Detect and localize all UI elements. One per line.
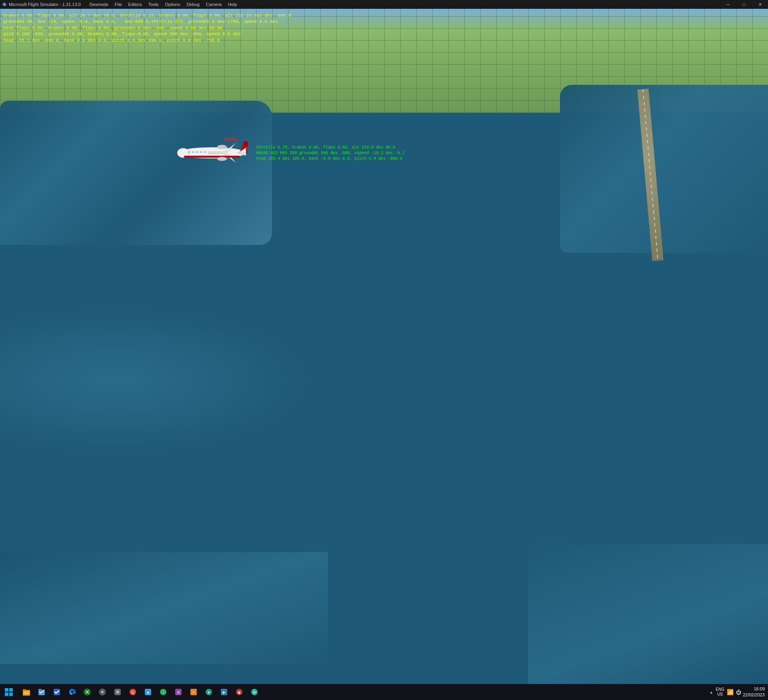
svg-rect-24 (23, 689, 26, 691)
window-title: Microsoft Flight Simulator - 1.31.13.0 (9, 2, 81, 7)
water-right (560, 85, 768, 253)
water-bottom-right (528, 544, 768, 684)
clock-time: 16:09 (743, 686, 765, 692)
svg-rect-25 (24, 692, 29, 692)
svg-text:⊕: ⊕ (253, 690, 256, 694)
menu-camera[interactable]: Camera (203, 0, 225, 9)
taskbar-app-12[interactable]: ✈ (186, 685, 201, 699)
debug-overlay-top: brakes 0.00, flaps 0.00, alt 20.7 des 70… (3, 13, 291, 44)
menu-bar: Devmode File Editors Tools Options Debug… (86, 0, 240, 9)
menu-tools[interactable]: Tools (145, 0, 162, 9)
taskbar-app-15[interactable]: ◉ (232, 685, 246, 699)
taskbar-xbox[interactable] (80, 685, 94, 699)
start-button[interactable] (0, 684, 18, 700)
taskbar-app-11[interactable]: ⚙ (171, 685, 186, 699)
svg-text:C: C (132, 690, 134, 694)
minimize-button[interactable]: ─ (720, 0, 736, 9)
svg-text:◉: ◉ (238, 690, 241, 694)
taskbar-app-10[interactable]: ♪ (156, 685, 170, 699)
taskbar-app-9[interactable]: ◈ (141, 685, 155, 699)
titlebar: Microsoft Flight Simulator - 1.31.13.0 D… (0, 0, 768, 9)
taskbar-app-16[interactable]: ⊕ (247, 685, 262, 699)
aircraft: 11711 (172, 135, 244, 167)
svg-rect-26 (24, 693, 29, 694)
taskbar-app-13[interactable]: ★ (202, 685, 216, 699)
wifi-icon[interactable]: 📶 (727, 689, 734, 695)
svg-point-34 (116, 690, 119, 694)
taskbar-app-14[interactable]: ▶ (217, 685, 231, 699)
aircraft-debug-overlay: throttle 0.75, brakes 0.00, flaps 0.00, … (244, 145, 405, 162)
app-icon (2, 2, 7, 7)
svg-rect-16 (204, 151, 206, 153)
svg-text:▶: ▶ (223, 690, 226, 694)
menu-file[interactable]: File (112, 0, 125, 9)
language-indicator[interactable]: ENG US (716, 687, 724, 697)
maximize-button[interactable]: □ (736, 0, 752, 9)
tray-expand-icon[interactable]: ▲ (709, 690, 713, 694)
window-controls: ─ □ ✕ (720, 0, 768, 9)
svg-rect-7 (184, 156, 240, 158)
svg-text:⚙: ⚙ (177, 690, 180, 694)
menu-debug[interactable]: Debug (183, 0, 202, 9)
taskbar-edge[interactable] (65, 685, 79, 699)
svg-rect-11 (217, 158, 227, 160)
tray-icons: ▲ ENG US 📶 ⏻ (709, 687, 741, 697)
menu-editors[interactable]: Editors (125, 0, 145, 9)
clock-date: 22/02/2023 (743, 692, 765, 698)
svg-rect-28 (38, 689, 41, 690)
svg-rect-23 (23, 690, 30, 696)
svg-rect-32 (101, 691, 104, 693)
taskbar-folder[interactable] (34, 685, 49, 699)
taskbar-app-7[interactable] (110, 685, 125, 699)
power-icon[interactable]: ⏻ (736, 689, 741, 695)
svg-rect-15 (200, 151, 202, 153)
taskbar-app-8[interactable]: C (126, 685, 140, 699)
svg-rect-20 (9, 688, 13, 692)
taskbar-app-6[interactable] (95, 685, 110, 699)
water-bottom-left (0, 552, 328, 664)
svg-rect-14 (196, 151, 198, 153)
taskbar-apps: C ◈ ♪ ⚙ ✈ (18, 685, 262, 699)
svg-text:♪: ♪ (162, 690, 164, 694)
system-tray: ▲ ENG US 📶 ⏻ 16:09 22/02/2023 (709, 686, 768, 698)
svg-rect-21 (5, 692, 8, 696)
menu-options[interactable]: Options (162, 0, 184, 9)
simulation-viewport[interactable]: brakes 0.00, flaps 0.00, alt 20.7 des 70… (0, 9, 768, 684)
svg-text:◈: ◈ (147, 690, 150, 694)
svg-rect-13 (192, 151, 194, 153)
close-button[interactable]: ✕ (752, 0, 768, 9)
svg-rect-19 (5, 688, 8, 692)
svg-text:★: ★ (207, 690, 210, 694)
taskbar: C ◈ ♪ ⚙ ✈ (0, 684, 768, 700)
menu-help[interactable]: Help (225, 0, 240, 9)
menu-devmode[interactable]: Devmode (86, 0, 112, 9)
taskbar-file-explorer[interactable] (19, 685, 34, 699)
svg-text:✈: ✈ (192, 690, 195, 694)
water-left (0, 101, 272, 245)
aircraft-callsign: 11711 (224, 137, 237, 142)
svg-rect-22 (9, 692, 13, 696)
svg-rect-12 (188, 151, 190, 153)
taskbar-todo[interactable] (50, 685, 64, 699)
system-clock[interactable]: 16:09 22/02/2023 (743, 686, 765, 698)
svg-rect-9 (217, 146, 227, 148)
